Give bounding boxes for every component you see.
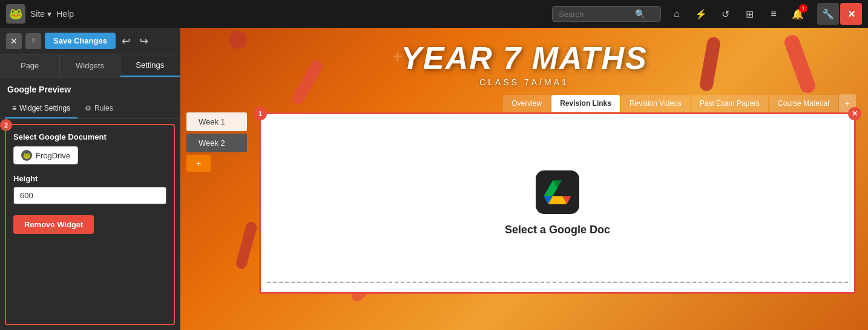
bell-nav-button[interactable]: 🔔 1 bbox=[787, 3, 809, 25]
tab-revision-videos[interactable]: Revision Videos bbox=[621, 95, 690, 112]
google-preview-header: Google Preview bbox=[0, 77, 180, 99]
google-drive-icon bbox=[536, 170, 579, 214]
sidebar-toolbar: ✕ ⠿ Save Changes ↩ ↪ bbox=[0, 28, 180, 54]
widget-dashed-border bbox=[267, 282, 848, 283]
week-1-button[interactable]: Week 1 bbox=[186, 112, 247, 131]
help-link[interactable]: Help bbox=[56, 9, 74, 19]
section-badge: 2 bbox=[0, 119, 12, 131]
save-changes-button[interactable]: Save Changes bbox=[45, 33, 116, 49]
sidebar: ✕ ⠿ Save Changes ↩ ↪ Page Widgets Settin… bbox=[0, 28, 180, 330]
search-box: 🔍 bbox=[552, 6, 661, 22]
widget-settings-section: 2 Select Google Document 🐸 FrogDrive Hei… bbox=[5, 124, 175, 325]
tab-revision-links[interactable]: Revision Links bbox=[551, 95, 620, 112]
page-tabs-row: Overview Revision Links Revision Videos … bbox=[301, 94, 856, 112]
tab-widgets[interactable]: Widgets bbox=[60, 54, 120, 77]
notification-badge: 1 bbox=[799, 4, 807, 13]
tab-past-exam-papers[interactable]: Past Exam Papers bbox=[691, 95, 768, 112]
week-2-button[interactable]: Week 2 bbox=[186, 134, 247, 152]
sidebar-close-button[interactable]: ✕ bbox=[6, 33, 22, 49]
home-nav-button[interactable]: ⌂ bbox=[666, 3, 688, 25]
tab-settings[interactable]: Settings bbox=[120, 54, 180, 77]
top-navigation: 🐸 Site ▾ Help 🔍 ⌂ ⚡ ↺ ⊞ ≡ 🔔 1 🔧 ✕ bbox=[0, 0, 868, 28]
search-icon: 🔍 bbox=[635, 9, 645, 19]
wrench-button[interactable]: 🔧 bbox=[817, 3, 839, 25]
lightning-nav-button[interactable]: ⚡ bbox=[690, 3, 712, 25]
page-subtitle: CLASS 7A/MA1 bbox=[180, 77, 868, 87]
widget-badge: 1 bbox=[254, 107, 267, 120]
google-doc-widget: 1 ✕ Select a Google Doc bbox=[259, 112, 856, 294]
frog-icon: 🐸 bbox=[21, 150, 32, 161]
undo-button[interactable]: ↩ bbox=[119, 33, 133, 49]
frogdrive-label: FrogDrive bbox=[36, 151, 70, 160]
sidebar-drag-button[interactable]: ⠿ bbox=[25, 33, 41, 49]
search-input[interactable] bbox=[559, 10, 631, 19]
tab-overview[interactable]: Overview bbox=[503, 95, 550, 112]
widget-sub-tabs: ≡ Widget Settings ⚙ Rules bbox=[0, 99, 180, 119]
week-sidebar: Week 1 Week 2 + bbox=[186, 112, 247, 172]
rules-tab[interactable]: ⚙ Rules bbox=[77, 99, 120, 118]
main-layout: ✕ ⠿ Save Changes ↩ ↪ Page Widgets Settin… bbox=[0, 28, 868, 330]
widget-close-button[interactable]: ✕ bbox=[848, 107, 861, 120]
refresh-nav-button[interactable]: ↺ bbox=[714, 3, 736, 25]
rules-icon: ⚙ bbox=[85, 104, 91, 112]
sidebar-tabs: Page Widgets Settings bbox=[0, 54, 180, 77]
sliders-icon: ≡ bbox=[12, 104, 16, 112]
grid-nav-button[interactable]: ⊞ bbox=[738, 3, 760, 25]
remove-widget-button[interactable]: Remove Widget bbox=[13, 215, 94, 234]
nav-icon-group: ⌂ ⚡ ↺ ⊞ ≡ 🔔 1 bbox=[666, 3, 809, 25]
frogdrive-button[interactable]: 🐸 FrogDrive bbox=[13, 146, 78, 164]
page-title-area: YEAR 7 MATHS CLASS 7A/MA1 bbox=[180, 40, 868, 87]
select-google-doc-label: Select a Google Doc bbox=[505, 224, 610, 236]
nav-action-group: 🔧 ✕ bbox=[817, 3, 862, 25]
height-label: Height bbox=[13, 174, 166, 183]
content-area: + × + YEAR 7 MATHS CLASS 7A/MA1 Overview… bbox=[180, 28, 868, 330]
select-document-label: Select Google Document bbox=[13, 132, 166, 141]
widget-settings-tab[interactable]: ≡ Widget Settings bbox=[5, 99, 77, 118]
list-nav-button[interactable]: ≡ bbox=[763, 3, 784, 25]
tab-page[interactable]: Page bbox=[0, 54, 60, 77]
week-add-button[interactable]: + bbox=[186, 155, 211, 172]
site-menu[interactable]: Site ▾ bbox=[30, 9, 51, 19]
redo-button[interactable]: ↪ bbox=[137, 33, 151, 49]
tab-course-material[interactable]: Course Material bbox=[769, 95, 838, 112]
close-nav-button[interactable]: ✕ bbox=[840, 3, 862, 25]
page-title: YEAR 7 MATHS bbox=[180, 40, 868, 76]
height-input[interactable] bbox=[13, 187, 166, 204]
app-logo[interactable]: 🐸 bbox=[6, 4, 25, 24]
